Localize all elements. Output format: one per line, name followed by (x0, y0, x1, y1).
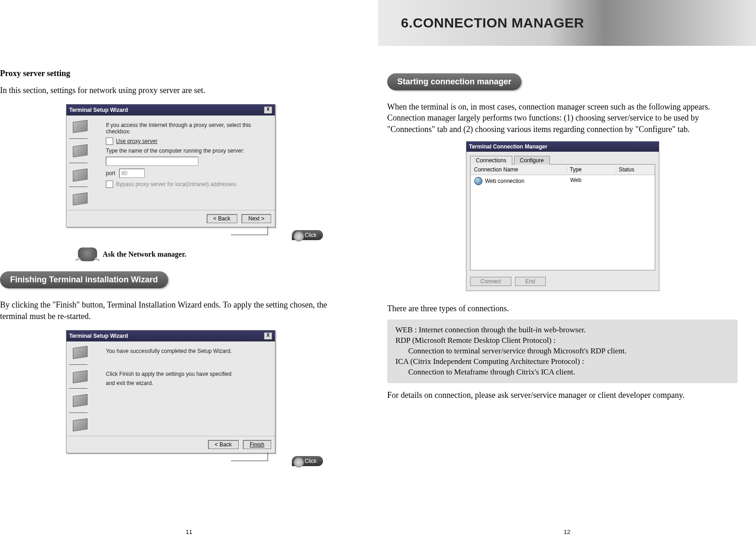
computer-icon (73, 370, 88, 383)
column-header-status: Status (616, 166, 651, 173)
page-12: 6.CONNECTION MANAGER Starting connection… (378, 0, 756, 539)
connection-name: Web connection (485, 178, 525, 184)
click-badge: Click (292, 230, 323, 240)
computer-icon (73, 192, 88, 205)
window-title: Terminal Connection Manager (466, 142, 659, 152)
window-terminal-connection-manager: Terminal Connection Manager Connections … (466, 141, 659, 291)
page-number: 11 (0, 528, 378, 535)
connections-list: Connection Name Type Status Web connecti… (470, 164, 655, 270)
text-cm-intro: When the terminal is on, in most cases, … (387, 101, 738, 135)
section-header-finishing-wizard: Finishing Terminal installation Wizard (0, 271, 168, 288)
bypass-proxy-label: Bypass proxy server for local(Intranet) … (116, 181, 237, 187)
dialog-terminal-setup-wizard-finish: Terminal Setup Wizard X You have success… (66, 330, 275, 453)
document-spread: Proxy server setting In this section, se… (0, 0, 756, 539)
connection-status (616, 177, 651, 185)
bypass-proxy-checkbox[interactable] (106, 181, 113, 188)
computer-icon (73, 394, 88, 407)
wizard-side-graphic (70, 119, 102, 206)
wizard-text: and exit the wizard. (106, 380, 268, 386)
connect-button[interactable]: Connect (470, 277, 512, 286)
phone-icon (78, 248, 97, 261)
connection-type: Web (568, 177, 616, 185)
next-button[interactable]: Next > (241, 214, 271, 223)
text-finish-body: By clicking the "Finish" button, Termina… (0, 299, 341, 322)
back-button[interactable]: < Back (207, 214, 237, 223)
text-outro: For details on connection, please ask se… (387, 390, 738, 401)
finish-button[interactable]: Finish (243, 440, 271, 449)
wizard-text: Type the name of the computer running th… (106, 148, 268, 154)
dialog-titlebar: Terminal Setup Wizard X (66, 330, 275, 341)
connection-types-box: WEB : Internet connection through the bu… (387, 319, 738, 383)
page-number: 12 (378, 528, 756, 535)
column-header-type: Type (567, 166, 616, 173)
dialog-title-text: Terminal Setup Wizard (69, 333, 128, 339)
ask-text: Ask the Network manager. (103, 250, 186, 258)
port-input[interactable]: 80 (119, 169, 145, 178)
info-line: WEB : Internet connection through the bu… (395, 325, 729, 336)
close-icon[interactable]: X (264, 332, 272, 340)
info-line: Connection to terminal server/service th… (395, 346, 729, 357)
section-header-starting-cm: Starting connection manager (387, 73, 521, 90)
wizard-text: Click Finish to apply the settings you h… (106, 371, 268, 377)
text-types-intro: There are three types of connections. (387, 303, 738, 314)
globe-icon (474, 177, 482, 185)
ask-network-manager-note: Ask the Network manager. (78, 248, 341, 261)
use-proxy-checkbox[interactable] (106, 138, 113, 145)
click-badge: Click (292, 456, 323, 466)
computer-icon (73, 168, 88, 181)
info-line: RDP (Microsoft Remote Desktop Client Pro… (395, 336, 729, 346)
text-proxy-intro: In this section, settings for network us… (0, 85, 341, 96)
heading-proxy: Proxy server setting (0, 69, 341, 78)
port-label: port (106, 170, 115, 176)
info-line: Connection to Metaframe through Citrix's… (395, 367, 729, 378)
column-header-name: Connection Name (474, 166, 567, 173)
tab-configure[interactable]: Configure (514, 156, 550, 165)
end-button[interactable]: End (515, 277, 546, 286)
back-button[interactable]: < Back (208, 440, 239, 449)
wizard-text: You have successfully completed the Setu… (106, 348, 268, 354)
page-11: Proxy server setting In this section, se… (0, 0, 378, 539)
dialog-title-text: Terminal Setup Wizard (69, 107, 128, 113)
dialog-titlebar: Terminal Setup Wizard X (66, 104, 275, 116)
wizard-side-graphic (70, 345, 102, 432)
tab-connections[interactable]: Connections (470, 156, 513, 165)
info-line: ICA (Citrix Independent Computing Archit… (395, 357, 729, 367)
computer-icon (73, 418, 88, 431)
wizard-text: If you access the Internet through a pro… (106, 122, 268, 135)
chapter-banner: 6.CONNECTION MANAGER (378, 0, 756, 46)
computer-icon (73, 346, 88, 359)
close-icon[interactable]: X (264, 106, 272, 114)
computer-icon (73, 144, 88, 157)
use-proxy-label: Use proxy server (116, 138, 158, 144)
click-callout: Click (0, 230, 323, 243)
dialog-terminal-setup-wizard-proxy: Terminal Setup Wizard X If you access th… (66, 104, 275, 227)
proxy-server-input[interactable] (106, 157, 198, 166)
table-row[interactable]: Web connection Web (471, 175, 655, 187)
click-callout: Click (0, 456, 323, 469)
computer-icon (73, 120, 88, 133)
